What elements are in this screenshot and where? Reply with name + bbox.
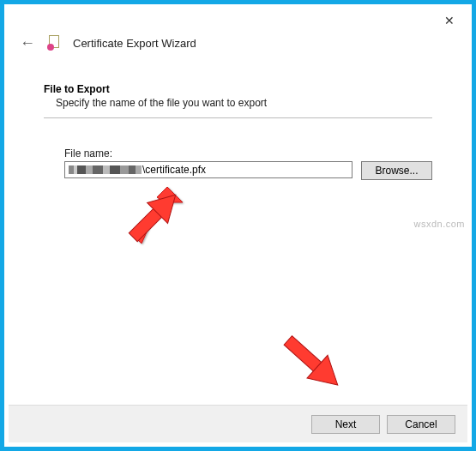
annotation-arrow-1	[114, 176, 196, 257]
certificate-icon	[47, 35, 61, 51]
wizard-title: Certificate Export Wizard	[73, 37, 196, 50]
close-button[interactable]: ✕	[432, 9, 467, 32]
svg-marker-0	[135, 187, 183, 244]
svg-marker-1	[128, 185, 191, 244]
section-title: File to Export	[44, 83, 432, 95]
svg-marker-5	[148, 184, 186, 223]
svg-rect-4	[129, 207, 163, 242]
file-name-visible-text: \certificate.pfx	[142, 164, 206, 176]
file-name-label: File name:	[64, 147, 432, 159]
back-arrow-icon[interactable]: ←	[20, 35, 35, 51]
watermark-text: wsxdn.com	[413, 219, 465, 229]
section-subtitle: Specify the name of the file you want to…	[44, 97, 432, 109]
redacted-path-segment	[69, 165, 142, 174]
annotation-arrow-2	[263, 313, 366, 416]
file-field-block: File name: \certificate.pfx Browse...	[44, 147, 432, 180]
wizard-content: File to Export Specify the name of the f…	[4, 59, 472, 180]
wizard-header: ← Certificate Export Wizard	[4, 30, 472, 59]
section-divider	[44, 117, 432, 118]
titlebar: ✕	[4, 4, 472, 30]
annotation-arrow-file-input	[116, 178, 193, 256]
svg-rect-6	[284, 336, 324, 374]
next-button[interactable]: Next	[311, 415, 380, 434]
cancel-button[interactable]: Cancel	[387, 415, 455, 434]
browse-button[interactable]: Browse...	[361, 161, 432, 180]
window-frame: ✕ ← Certificate Export Wizard File to Ex…	[0, 0, 476, 451]
file-name-input[interactable]: \certificate.pfx	[64, 161, 352, 178]
wizard-footer: Next Cancel	[9, 405, 467, 442]
svg-marker-7	[307, 355, 348, 396]
